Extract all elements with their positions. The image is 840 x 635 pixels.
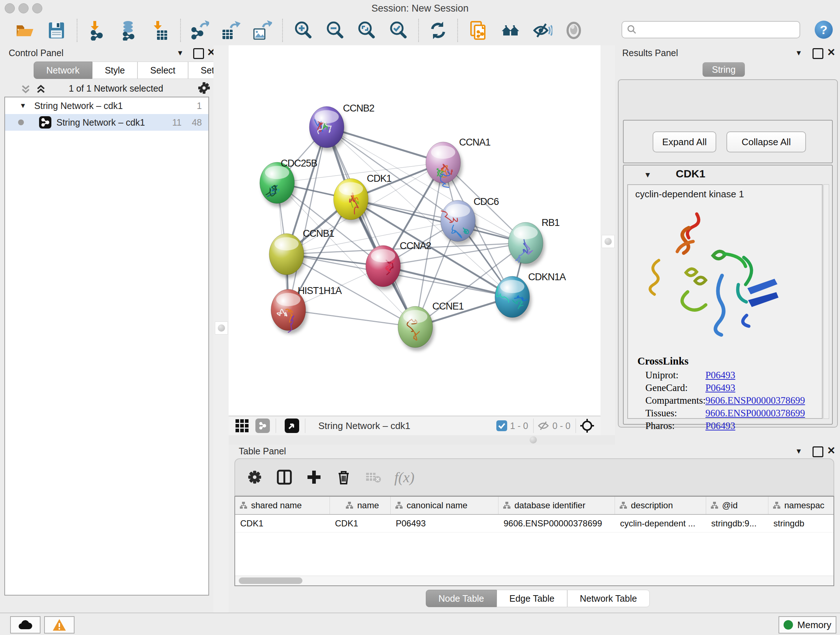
crosslink-compartments[interactable]: 9606.ENSP00000378699 <box>706 395 805 406</box>
table-horizontal-scrollbar[interactable] <box>235 576 834 585</box>
table-panel-float-icon[interactable] <box>813 447 823 457</box>
column-header[interactable]: canonical name <box>391 497 499 514</box>
import-table-file-icon[interactable] <box>150 20 171 41</box>
crosslink-tissues[interactable]: 9606.ENSP00000378699 <box>706 408 805 419</box>
cell-name[interactable]: CDK1 <box>330 515 391 532</box>
network-type-icon <box>39 116 51 128</box>
delete-table-icon[interactable] <box>363 467 384 487</box>
zoom-out-icon[interactable] <box>325 20 345 41</box>
svg-text:CDK1: CDK1 <box>367 173 392 184</box>
open-in-cybrowser-icon[interactable] <box>468 20 488 41</box>
crosslink-genecard[interactable]: P06493 <box>706 382 736 394</box>
splitter-handle[interactable] <box>215 321 228 334</box>
open-file-icon[interactable] <box>14 20 35 41</box>
import-network-file-icon[interactable] <box>88 20 108 41</box>
zoom-in-icon[interactable] <box>293 20 313 41</box>
birdseye-grid-icon[interactable] <box>235 419 249 432</box>
zoom-fit-icon[interactable] <box>356 20 377 41</box>
column-header[interactable]: @id <box>706 497 768 514</box>
apply-function-icon[interactable]: f(x) <box>394 467 415 487</box>
gene-section-box: ▼ CDK1 cyclin-dependent kinase 1 <box>623 165 833 424</box>
table-settings-gear-icon[interactable] <box>245 467 265 487</box>
zoom-selected-icon[interactable] <box>388 20 409 41</box>
scrollbar-thumb[interactable] <box>239 578 302 584</box>
export-table-icon[interactable] <box>220 20 240 41</box>
tab-network-table[interactable]: Network Table <box>567 590 650 607</box>
network-canvas[interactable]: CCNB2CCNA1CDC25BCDK1CDC6RB1CCNB1CCNA2CDK… <box>229 45 600 416</box>
fit-selected-target-icon[interactable] <box>579 418 595 433</box>
crosslink-pharos[interactable]: P06493 <box>706 420 736 432</box>
warnings-button[interactable] <box>44 616 74 633</box>
column-header[interactable]: name <box>330 497 391 514</box>
tab-node-table[interactable]: Node Table <box>426 590 497 607</box>
tab-string[interactable]: String <box>703 62 745 77</box>
left-splitter[interactable] <box>213 45 229 613</box>
hidden-eye-icon <box>537 420 549 432</box>
column-header[interactable]: database identifier <box>499 497 615 514</box>
cloud-button[interactable] <box>10 616 41 633</box>
cell-shared-name[interactable]: CDK1 <box>235 515 330 532</box>
export-network-icon[interactable] <box>189 20 209 41</box>
results-panel-close-icon[interactable]: ✕ <box>827 48 835 57</box>
cell-database-identifier[interactable]: 9606.ENSP00000378699 <box>499 515 615 532</box>
expand-all-networks-icon[interactable] <box>35 84 46 95</box>
tab-network[interactable]: Network <box>34 62 92 79</box>
save-session-icon[interactable] <box>46 20 66 41</box>
add-column-icon[interactable] <box>304 467 324 487</box>
cell-canonical-name[interactable]: P06493 <box>391 515 499 532</box>
delete-column-icon[interactable] <box>333 467 354 487</box>
splitter-handle[interactable] <box>602 235 615 248</box>
column-header[interactable]: description <box>615 497 706 514</box>
results-panel-collapse-icon[interactable]: ▼ <box>795 49 802 57</box>
gene-expander-icon[interactable]: ▼ <box>644 171 652 179</box>
column-type-icon <box>773 501 781 509</box>
column-header[interactable]: namespac <box>768 497 834 514</box>
import-network-database-icon[interactable] <box>118 20 139 41</box>
collapse-all-button[interactable]: Collapse All <box>726 131 806 152</box>
cell-id[interactable]: stringdb:9... <box>706 515 768 532</box>
tab-edge-table[interactable]: Edge Table <box>497 590 567 607</box>
network-panel-gear-icon[interactable] <box>197 81 210 95</box>
network-overview-icon[interactable] <box>256 418 270 433</box>
collapse-all-networks-icon[interactable] <box>20 84 31 95</box>
control-panel-float-icon[interactable] <box>193 48 204 59</box>
memory-button[interactable]: Memory <box>778 616 836 633</box>
crosslink-uniprot[interactable]: P06493 <box>706 370 736 381</box>
tree-expander-icon[interactable]: ▼ <box>19 102 27 110</box>
column-header[interactable]: shared name <box>235 497 330 514</box>
export-image-icon[interactable] <box>252 20 272 41</box>
network-row[interactable]: String Network – cdk1 11 48 <box>5 114 208 131</box>
status-bar: Memory <box>0 613 840 635</box>
hide-selected-icon[interactable] <box>532 20 553 41</box>
cell-namespace[interactable]: stringdb <box>768 515 834 532</box>
network-graph[interactable]: CCNB2CCNA1CDC25BCDK1CDC6RB1CCNB1CCNA2CDK… <box>229 45 600 416</box>
cytoscape-window: Session: New Session <box>0 0 840 635</box>
table-row[interactable]: CDK1 CDK1 P06493 9606.ENSP00000378699 cy… <box>235 515 834 532</box>
toolbar-separator <box>457 19 458 42</box>
results-scrollbar[interactable] <box>823 184 829 419</box>
svg-text:CDC25B: CDC25B <box>281 158 317 169</box>
expand-all-button[interactable]: Expand All <box>653 131 716 152</box>
svg-text:CCNE1: CCNE1 <box>432 301 464 312</box>
toggle-graphics-details-icon[interactable] <box>564 20 584 41</box>
show-home-icon[interactable] <box>500 20 521 41</box>
show-columns-icon[interactable] <box>274 467 294 487</box>
refresh-icon[interactable] <box>428 20 448 41</box>
cloud-icon <box>17 619 33 631</box>
tab-select[interactable]: Select <box>137 62 188 79</box>
table-panel-title: Table Panel <box>239 446 286 456</box>
search-field-wrap <box>622 21 800 38</box>
control-panel-collapse-icon[interactable]: ▼ <box>177 49 184 57</box>
table-panel-close-icon[interactable]: ✕ <box>827 447 835 455</box>
network-collection-row[interactable]: ▼ String Network – cdk1 1 <box>5 97 208 114</box>
table-panel-collapse-icon[interactable]: ▼ <box>795 447 802 455</box>
detach-view-icon[interactable] <box>285 418 299 433</box>
tab-style[interactable]: Style <box>92 62 138 79</box>
help-button[interactable]: ? <box>815 21 833 39</box>
selected-checkbox-icon[interactable] <box>496 420 507 431</box>
column-type-icon <box>240 501 248 509</box>
results-panel-float-icon[interactable] <box>813 48 823 59</box>
cell-description[interactable]: cyclin-dependent ... <box>615 515 706 532</box>
search-input[interactable] <box>638 24 791 35</box>
splitter-handle[interactable] <box>530 436 537 443</box>
